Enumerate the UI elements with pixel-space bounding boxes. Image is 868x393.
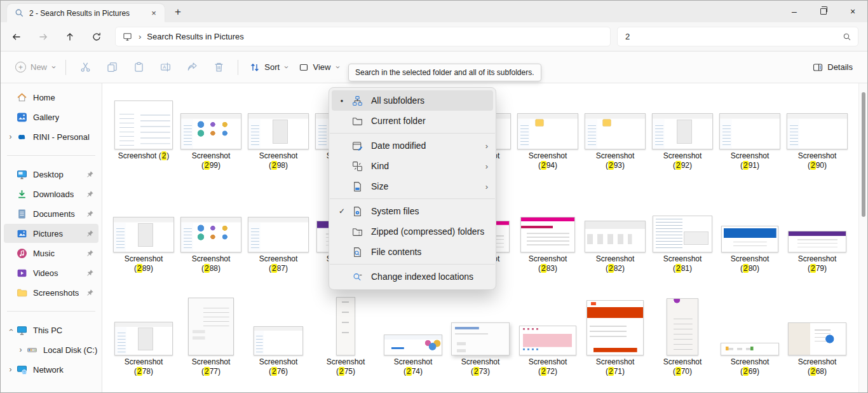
menu-item-change-indexed-locations[interactable]: Change indexed locations [332,266,493,287]
pin-icon [86,170,94,179]
minimize-button[interactable]: – [780,1,809,22]
file-item-screenshot-283[interactable]: Screenshot(283) [514,193,581,296]
sidebar-item-pictures[interactable]: Pictures [4,224,98,243]
file-item-screenshot-299[interactable]: Screenshot(299) [177,90,245,193]
file-item-screenshot-275[interactable]: Screenshot(275) [312,296,379,393]
menu-item-system-files[interactable]: ✓System files [332,201,493,221]
new-tab-button[interactable]: + [170,4,186,20]
chevron-right-icon[interactable]: › [6,132,15,141]
back-button[interactable] [6,27,27,47]
file-item-screenshot-291[interactable]: Screenshot(291) [716,90,783,193]
menu-item-date-modified[interactable]: Date modified› [332,135,493,156]
file-name: Screenshot(288) [192,254,231,273]
address-bar[interactable]: › Search Results in Pictures [115,27,611,46]
file-item-screenshot-281[interactable]: Screenshot(281) [649,193,716,296]
file-name: Screenshot(269) [731,357,770,376]
copy-button[interactable] [98,57,125,78]
sidebar-item-videos[interactable]: Videos [4,263,98,282]
pin-icon [86,249,94,258]
file-thumbnail [585,113,646,149]
tab-title: 2 - Search Results in Pictures [29,9,148,18]
scrollbar-thumb[interactable] [862,92,865,217]
forward-button[interactable] [32,27,54,47]
share-button[interactable] [179,57,205,78]
chevron-right-icon[interactable]: › [16,345,25,354]
file-item-screenshot-293[interactable]: Screenshot(293) [581,90,649,193]
menu-item-kind[interactable]: Kind› [332,156,493,176]
file-item-screenshot-268[interactable]: Screenshot(268) [783,296,851,393]
paste-button[interactable] [125,57,152,78]
file-thumbnail-wrap [716,296,783,355]
share-icon [187,62,198,72]
file-item-screenshot-277[interactable]: Screenshot(277) [177,296,245,393]
file-item-screenshot-289[interactable]: Screenshot(289) [110,193,177,296]
file-item-screenshot-280[interactable]: Screenshot(280) [716,193,783,296]
file-item-screenshot-272[interactable]: Screenshot(272) [514,296,581,393]
vertical-scrollbar[interactable] [858,83,867,393]
close-button[interactable]: × [838,1,867,22]
this-pc-icon [122,32,133,41]
restore-button[interactable] [809,1,838,22]
pin-icon [86,269,94,277]
size-icon [352,181,363,192]
sidebar-separator [7,155,95,156]
menu-item-all-subfolders[interactable]: ●All subfolders [332,90,493,111]
rename-button[interactable]: A [152,57,179,78]
file-item-screenshot-271[interactable]: Screenshot(271) [581,296,649,393]
file-name: Screenshot(291) [731,151,770,170]
sort-button[interactable]: Sort ‹ [244,58,292,77]
search-input[interactable] [624,31,843,42]
file-item-screenshot-288[interactable]: Screenshot(288) [177,193,245,296]
chevron-right-icon[interactable]: › [6,365,15,374]
chevron-down-icon[interactable]: › [6,326,15,335]
file-item-screenshot-287[interactable]: Screenshot(287) [245,193,312,296]
file-thumbnail [585,221,646,252]
file-item-screenshot-292[interactable]: Screenshot(292) [649,90,716,193]
file-item-screenshot-276[interactable]: Screenshot(276) [245,296,312,393]
rename-icon: A [160,62,171,72]
sidebar-item-music[interactable]: Music [4,244,98,263]
file-item-screenshot-290[interactable]: Screenshot(290) [783,90,851,193]
sidebar-item-downloads[interactable]: Downloads [4,184,98,203]
sidebar-item-documents[interactable]: Documents [4,204,98,223]
file-item-screenshot-279[interactable]: Screenshot(279) [783,193,851,296]
menu-item-label: System files [371,206,488,216]
menu-item-size[interactable]: Size› [332,176,493,197]
file-item-screenshot-273[interactable]: Screenshot(273) [447,296,514,393]
view-button[interactable]: View ‹ [293,58,344,77]
file-item-screenshot-278[interactable]: Screenshot(278) [110,296,177,393]
up-button[interactable] [59,27,81,47]
menu-item-zipped-compressed-folders[interactable]: Zipped (compressed) folders [332,221,493,242]
up-icon [65,32,75,42]
file-item-screenshot-270[interactable]: Screenshot(270) [649,296,716,393]
sidebar-item-local-disk-c[interactable]: ›Local Disk (C:) [4,340,98,359]
file-item-screenshot-282[interactable]: Screenshot(282) [581,193,649,296]
sidebar-item-desktop[interactable]: Desktop [4,165,98,184]
new-button[interactable]: + New ‹ [10,57,60,77]
sidebar-item-rini-personal[interactable]: ›RINI - Personal [4,127,98,146]
file-item-screenshot-274[interactable]: Screenshot(274) [379,296,447,393]
file-item-screenshot-294[interactable]: Screenshot(294) [514,90,581,193]
cut-button[interactable] [72,57,98,78]
file-item-screenshot-298[interactable]: Screenshot(298) [245,90,312,193]
sidebar-item-this-pc[interactable]: ›This PC [4,321,98,340]
sidebar-item-network[interactable]: ›Network [4,360,98,379]
tab-search-results[interactable]: 2 - Search Results in Pictures × [7,4,165,22]
file-thumbnail-wrap [177,90,245,149]
menu-item-current-folder[interactable]: Current folder [332,111,493,131]
file-item-screenshot-2[interactable]: Screenshot (2) [110,90,177,193]
details-button[interactable]: Details [807,58,858,77]
sidebar-separator [7,311,95,312]
sidebar-item-screenshots[interactable]: Screenshots [4,283,98,302]
file-item-screenshot-269[interactable]: Screenshot(269) [716,296,783,393]
menu-item-file-contents[interactable]: File contents [332,242,493,262]
delete-button[interactable] [205,57,232,78]
thispc-icon [17,325,27,336]
menu-item-label: Current folder [371,116,488,126]
file-thumbnail-wrap [110,193,177,252]
sidebar-item-home[interactable]: Home [4,88,98,107]
search-box[interactable] [617,27,858,46]
sidebar-item-gallery[interactable]: Gallery [4,107,98,127]
refresh-button[interactable] [86,27,107,47]
tab-close-icon[interactable]: × [148,8,159,19]
